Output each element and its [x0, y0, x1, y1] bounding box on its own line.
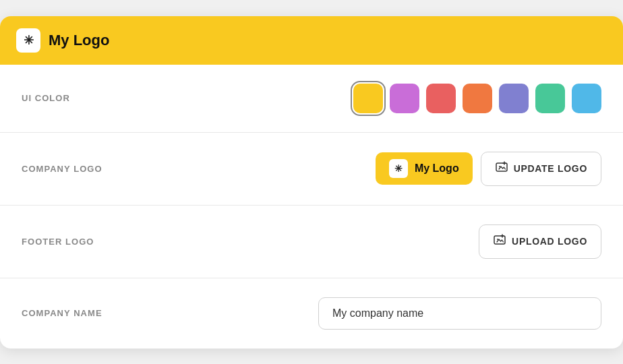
- upload-logo-button-label: UPLOAD LOGO: [512, 236, 587, 247]
- upload-logo-icon: [493, 233, 506, 250]
- header-title: My Logo: [49, 32, 109, 49]
- logo-preview: ✳ My Logo: [376, 152, 473, 185]
- footer-logo-label: FOOTER LOGO: [22, 237, 156, 247]
- settings-card: ✳ My Logo UI COLOR COMPANY LOGO ✳ My Log…: [0, 16, 623, 348]
- company-logo-section: COMPANY LOGO ✳ My Logo UPDA: [0, 133, 623, 206]
- color-swatch-yellow[interactable]: [353, 84, 383, 113]
- update-logo-button-label: UPDATE LOGO: [514, 163, 587, 174]
- ui-color-content: [156, 84, 601, 113]
- color-swatch-teal[interactable]: [535, 84, 565, 113]
- header-logo-icon: ✳: [16, 28, 40, 53]
- company-name-label: COMPANY NAME: [22, 308, 156, 318]
- color-swatch-purple[interactable]: [390, 84, 419, 113]
- color-swatch-orange[interactable]: [463, 84, 492, 113]
- color-swatches: [353, 84, 601, 113]
- header: ✳ My Logo: [0, 16, 623, 65]
- svg-point-3: [497, 239, 498, 240]
- footer-logo-section: FOOTER LOGO UPLOAD LOGO: [0, 206, 623, 278]
- ui-color-section: UI COLOR: [0, 65, 623, 133]
- ui-color-label: UI COLOR: [22, 93, 156, 103]
- update-logo-icon: [495, 160, 508, 177]
- color-swatch-sky-blue[interactable]: [572, 84, 601, 113]
- logo-preview-text: My Logo: [415, 162, 459, 175]
- company-name-section: COMPANY NAME: [0, 278, 623, 348]
- company-name-input[interactable]: [318, 297, 601, 330]
- company-logo-content: ✳ My Logo UPDATE LOGO: [156, 152, 601, 186]
- footer-logo-content: UPLOAD LOGO: [156, 224, 601, 259]
- company-logo-label: COMPANY LOGO: [22, 164, 156, 174]
- update-logo-button[interactable]: UPDATE LOGO: [481, 152, 601, 186]
- svg-point-1: [499, 166, 500, 167]
- color-swatch-red[interactable]: [426, 84, 456, 113]
- upload-logo-button[interactable]: UPLOAD LOGO: [479, 224, 601, 259]
- color-swatch-blue-purple[interactable]: [499, 84, 529, 113]
- company-name-content: [156, 297, 601, 330]
- logo-preview-icon: ✳: [389, 159, 408, 178]
